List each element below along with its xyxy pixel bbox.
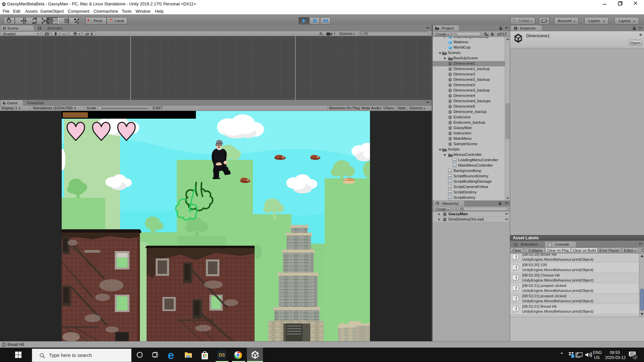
svg-text:c#: c# xyxy=(449,176,451,178)
svg-text:c#: c# xyxy=(449,170,451,173)
svg-text:c#: c# xyxy=(453,160,456,162)
svg-text:c#: c# xyxy=(449,197,451,199)
svg-text:c#: c# xyxy=(449,186,451,189)
svg-text:c#: c# xyxy=(449,181,451,183)
svg-text:c#: c# xyxy=(449,192,451,194)
svg-text:c#: c# xyxy=(453,165,456,167)
svg-text:3: 3 xyxy=(634,356,636,359)
